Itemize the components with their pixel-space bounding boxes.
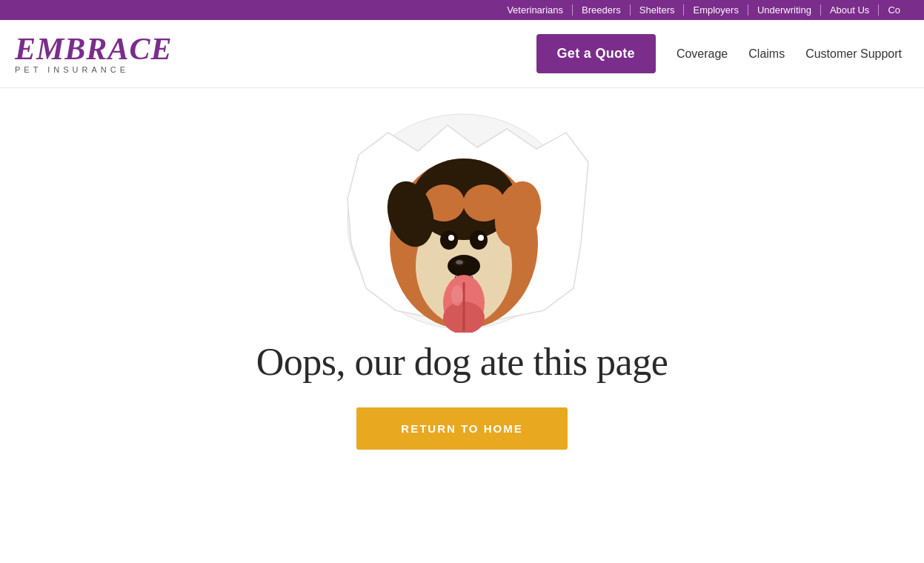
- dog-image: [322, 96, 603, 333]
- nav-area: Get a Quote Coverage Claims Customer Sup…: [536, 34, 902, 73]
- main-content: Oops, our dog ate this page RETURN TO HO…: [0, 88, 924, 518]
- svg-point-8: [440, 230, 458, 250]
- nav-coverage[interactable]: Coverage: [677, 47, 728, 61]
- svg-point-15: [456, 260, 463, 264]
- topbar-vets[interactable]: Veterinarians: [498, 4, 573, 16]
- svg-point-9: [470, 230, 488, 250]
- svg-point-18: [451, 285, 463, 306]
- topbar-breeders[interactable]: Breeders: [573, 4, 631, 16]
- logo-sub: PET INSURANCE: [15, 66, 172, 74]
- logo[interactable]: EMBRACE PET INSURANCE: [15, 33, 172, 74]
- topbar-underwriting[interactable]: Underwriting: [748, 4, 821, 16]
- nav-support[interactable]: Customer Support: [805, 47, 902, 61]
- topbar-employers[interactable]: Employers: [684, 4, 748, 16]
- svg-point-13: [448, 255, 480, 277]
- get-quote-button[interactable]: Get a Quote: [536, 34, 656, 73]
- top-bar: Veterinarians Breeders Shelters Employer…: [0, 0, 924, 20]
- header: EMBRACE PET INSURANCE Get a Quote Covera…: [0, 20, 924, 88]
- nav-claims[interactable]: Claims: [748, 47, 785, 61]
- svg-point-11: [478, 235, 484, 241]
- topbar-about[interactable]: About Us: [821, 4, 879, 16]
- logo-embrace: EMBRACE: [15, 33, 172, 64]
- topbar-shelters[interactable]: Shelters: [631, 4, 685, 16]
- svg-point-12: [451, 236, 453, 239]
- return-home-button[interactable]: RETURN TO HOME: [356, 407, 567, 450]
- error-heading: Oops, our dog ate this page: [256, 340, 668, 384]
- topbar-co[interactable]: Co: [879, 4, 909, 16]
